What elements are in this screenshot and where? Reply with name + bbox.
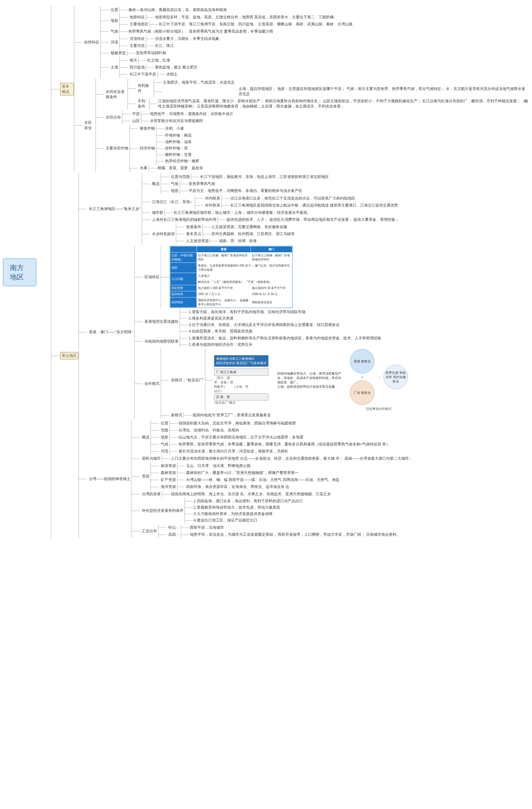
k: 人文旅游资源 xyxy=(185,238,210,244)
node-yrd: 长江三角洲地区——"鱼米之乡" 概况 位置与范围长江下游地区，濒临黄河、东海，包… xyxy=(88,173,399,245)
v: 河流水量大，汛期长，冬季无结冰现象。 xyxy=(155,36,223,42)
v: 平原为主，地势低平，河网密布，多湖泊，重要的稻米与淡水鱼产区 xyxy=(189,188,302,194)
v: 人口主要分布在西部海岸狭长的平原地带 台北——全省政治、经济、文化和交通指南更新… xyxy=(171,455,413,462)
k: 水果 xyxy=(139,165,148,171)
k: 长江中下游平原 xyxy=(128,71,157,78)
v: 热带季风气候（南部小部分地区）、亚热带季风气候为主 夏季高温多雨，冬季温暖少雨 xyxy=(128,29,273,34)
mindmap-root: 南方地区 基本概况 自然特征 位置秦岭—淮河以南，青藏高原以东；东、南部面临东海… xyxy=(3,6,529,539)
k: 四川盆地 xyxy=(128,64,146,70)
k: 概况 xyxy=(141,434,150,441)
v: 水田零散分布在河谷与缓坡梯田 xyxy=(150,118,203,124)
td: 地形 xyxy=(170,263,197,273)
v: 长江三角洲地区是我国南北海上航运中枢，通过远洋航线连 接世界主要港口，江海交汇提… xyxy=(230,203,398,208)
v: 2.维多利亚港是优良天然港 xyxy=(189,315,233,321)
k: 平原 xyxy=(131,111,141,117)
k: 经济作物 xyxy=(139,145,156,152)
k: 范围 xyxy=(160,427,170,433)
cat-basic: 基本概况 自然特征 位置秦岭—淮河以南，青藏高原以东；东、南部面临东海和南海 地… xyxy=(60,6,529,172)
k: 土壤 xyxy=(109,64,119,70)
circle-result: 世界先进 制造业和 现代化服 务业 xyxy=(384,365,408,389)
v: 纤维作物：棉花 xyxy=(165,133,192,138)
k: 河流 xyxy=(160,448,170,454)
v: 2.香港与祖国内地经济合作，优势互补 xyxy=(189,342,252,347)
k: 地形 xyxy=(170,188,180,194)
v: 我国面积最大岛屿，北临太平洋，南临南海，西隔台湾海峡与福建相望 xyxy=(178,420,296,426)
v: 亚热带常绿阔叶林 xyxy=(136,50,166,56)
lbl: 香港、澳门——"东方明珠" xyxy=(88,329,134,335)
v: 苏州古典园林、杭州西湖、江苏周庄、浙江乌镇等 xyxy=(211,231,295,237)
k: 气候 xyxy=(109,28,119,35)
td: 位置 （中国大陆东南端） xyxy=(170,253,197,263)
td: 人口问题 xyxy=(170,273,197,285)
td: 位于珠江口东侧，毗邻广东省深圳经济特区 xyxy=(197,253,250,263)
k: 外向型经济发展有利条件 xyxy=(141,507,184,514)
k: 对外联系 xyxy=(204,202,221,209)
k: 上海对长江三角洲地区的辐射带动作用 xyxy=(151,217,217,223)
box: 厂 珠江三角洲 xyxy=(214,368,268,376)
k: 原模式："前店后厂" xyxy=(170,377,205,383)
td: 经济特征 xyxy=(170,297,197,308)
k: 有利条件 xyxy=(137,83,154,94)
v: 水稻土 xyxy=(166,71,178,77)
v: 亚热带季风气候 xyxy=(189,181,215,187)
v: 西部平原，沿海城市 xyxy=(190,525,224,531)
td: 英占面积 1 000 多平方千米 xyxy=(197,285,250,291)
node-hk: 香港、澳门——"东方明珠" 区域特征 香港澳门 位置 （中国大陆东南端）位于珠江… xyxy=(88,245,408,419)
v: 饮料作物：茶 xyxy=(165,145,188,151)
cat-key: 重点地区 长江三角洲地区——"鱼米之乡" 概况 位置与范围长江下游地区，濒临黄河… xyxy=(60,173,413,539)
v: 3.位于沟通日本、东南亚、大洋洲以及太平洋沿岸美洲国家的海上交通要道，转口贸易发… xyxy=(189,322,339,328)
v: 祖国东南海上的明珠、海上米仓、东方甜 岛、水果之乡、东南盐库、亚洲天然植物园、兰… xyxy=(171,491,331,497)
k: 居民与城市 xyxy=(141,455,162,462)
v: 热带季风、亚热带季风气候，冬季温暖，夏季炎热，雨量充沛，夏秋多台风和暴雨（综合题… xyxy=(178,441,390,447)
lbl: 自然特征 xyxy=(83,39,101,46)
v: 以山地为主，平原主要分布西部沿海地区，位于太平洋火山地震带，多地震 xyxy=(178,434,303,440)
v: 3.大力吸收国外资本，为经济发展提供资金保障 xyxy=(194,511,272,517)
k: 位置与范围 xyxy=(170,174,191,180)
v: 紫色盆地，紫土 紫土肥沃 xyxy=(155,64,198,70)
box: 港澳地区与珠江三角洲地区 的经济合作以"前店后厂"为基本模式 xyxy=(214,355,268,367)
caption: 目前粤港合作模式 xyxy=(366,407,392,411)
k: 香港地理位置优越性 xyxy=(143,319,180,325)
k: 主要水田作物 xyxy=(105,145,129,152)
k: 原因： xyxy=(167,531,181,538)
v: 长江、珠江 xyxy=(155,43,174,49)
k: 山区 xyxy=(131,118,141,124)
td: 香港岛、九龙和新界等地面积约 200 多个→ 澳门口岛、氹仔岛和路环岛三部分组成 xyxy=(197,263,292,273)
root-label: 南方地区 xyxy=(3,258,36,286)
v: 柑橘、香蕉、菠萝、荔枝等 xyxy=(158,165,203,171)
td: 国际经济贸易中心、运输中心、 金融服务中心和信息中心 xyxy=(197,297,250,308)
v: 糖料作物：甘蔗 xyxy=(165,152,192,158)
k: 资源 xyxy=(141,473,150,480)
v: 2.重视教育和培训劳动力，技术先进，劳动力素质高 xyxy=(194,504,280,511)
k: 对内联系 xyxy=(204,195,221,202)
v: 江淮的地区伏旱期气温高，蒸发旺盛，降水少，影响水稻生产； 南部沿海夏秋台风影响作… xyxy=(158,98,529,109)
tips: 土壤：题目所指地区； 地形：注意题目所指地形区是哪个平原； 气候：南方主要为亚热… xyxy=(238,86,529,97)
k: 粮食作物 xyxy=(139,125,156,132)
desc: 利用内地廉价劳动力、土地，将劳动密集型产 业，高地价、高成本产业转移到内地，并在… xyxy=(277,372,341,389)
v: 地形类型多样，平原、盆地、高原、丘陵交错分布；地势西 高东低，东西差异大，主要位… xyxy=(155,14,338,20)
k: 气候 xyxy=(170,180,180,187)
k: 气候 xyxy=(160,441,170,447)
k: 旅游资源 xyxy=(160,463,177,469)
k: 位置 xyxy=(109,7,119,13)
cat-basic-label: 基本概况 xyxy=(60,83,74,96)
k: 地形 xyxy=(109,17,119,24)
v: 戏曲、茶、丝绸、饮食 xyxy=(219,238,257,244)
v: 水稻、小麦 xyxy=(165,125,184,132)
k: 区域特征 xyxy=(143,274,161,280)
v: 长江三角洲地区城市群，核心城市：上海； 城市分布最密集，经济发展水平最高。 xyxy=(174,210,311,216)
v: 地势平坦，农业发达，为城市与工业发展奠定基础； 西部开发较早，人口稠密，劳动力丰… xyxy=(190,532,400,537)
k: 南方 xyxy=(128,57,138,64)
v: 4.自由贸易港，有关税、贸易政策优惠 xyxy=(189,328,252,334)
k: 位置 xyxy=(160,420,170,427)
k: 工业分布 xyxy=(141,528,158,534)
v: 长江下游地区，濒临黄河、东海，包括上海市，江苏省南部和浙江省北部地区 xyxy=(200,174,329,180)
k: 河流 xyxy=(109,39,119,46)
v: 最长河流浊水溪，最大湖泊日月潭；河流短促，谁能丰富，汛期长 xyxy=(178,448,288,454)
td: 回归时间 xyxy=(170,291,197,297)
td: 1999 年 12 月 20 日 xyxy=(250,291,292,297)
lbl: 台湾——祖国的神圣领土 xyxy=(88,476,131,482)
v: 四面环海，渔业资源丰富，近海渔业、养殖业、远洋渔业发 达 xyxy=(186,484,289,490)
k: 植被类型 xyxy=(109,50,127,56)
circle-gd: 广东 制造业 xyxy=(350,380,374,405)
